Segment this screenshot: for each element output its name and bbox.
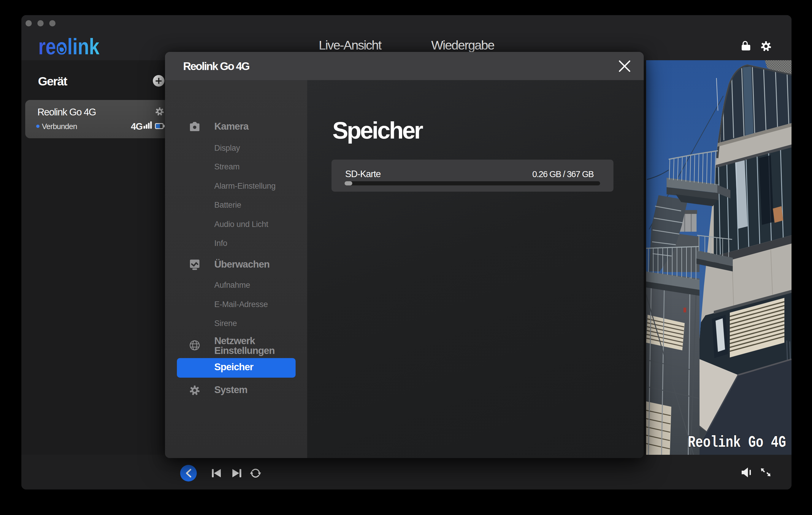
svg-text:reolink: reolink <box>38 35 100 58</box>
svg-text:Reolink Go 4G: Reolink Go 4G <box>688 434 786 452</box>
